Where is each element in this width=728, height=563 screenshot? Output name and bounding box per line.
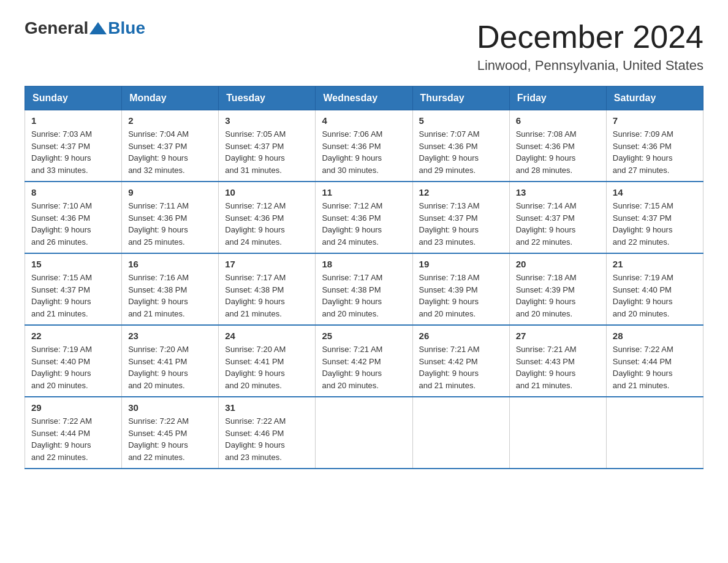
day-info: Sunrise: 7:15 AM Sunset: 4:37 PM Dayligh… [613, 200, 697, 248]
day-info: Sunrise: 7:21 AM Sunset: 4:43 PM Dayligh… [516, 343, 600, 391]
day-number: 22 [31, 331, 115, 341]
day-number: 16 [128, 259, 212, 269]
calendar-day-cell: 11 Sunrise: 7:12 AM Sunset: 4:36 PM Dayl… [316, 182, 412, 253]
day-number: 15 [31, 259, 115, 269]
calendar-day-cell: 31 Sunrise: 7:22 AM Sunset: 4:46 PM Dayl… [219, 397, 316, 469]
calendar-day-cell: 3 Sunrise: 7:05 AM Sunset: 4:37 PM Dayli… [219, 110, 316, 182]
calendar-day-cell: 2 Sunrise: 7:04 AM Sunset: 4:37 PM Dayli… [122, 110, 219, 182]
day-number: 10 [225, 187, 309, 197]
month-title: December 2024 [477, 18, 703, 55]
calendar-empty-cell [412, 397, 509, 469]
day-number: 4 [322, 115, 406, 126]
calendar-week-row: 29 Sunrise: 7:22 AM Sunset: 4:44 PM Dayl… [25, 397, 703, 469]
calendar-day-cell: 22 Sunrise: 7:19 AM Sunset: 4:40 PM Dayl… [25, 325, 122, 397]
day-info: Sunrise: 7:14 AM Sunset: 4:37 PM Dayligh… [516, 200, 600, 248]
day-number: 14 [613, 187, 697, 197]
day-info: Sunrise: 7:12 AM Sunset: 4:36 PM Dayligh… [225, 200, 309, 248]
day-number: 13 [516, 187, 600, 197]
day-info: Sunrise: 7:22 AM Sunset: 4:45 PM Dayligh… [128, 415, 212, 463]
title-area: December 2024 Linwood, Pennsylvania, Uni… [477, 18, 703, 74]
weekday-header-saturday: Saturday [606, 86, 703, 110]
logo: General Blue [25, 18, 145, 38]
day-number: 26 [419, 331, 503, 341]
day-number: 9 [128, 187, 212, 197]
calendar-table: SundayMondayTuesdayWednesdayThursdayFrid… [25, 86, 703, 469]
day-number: 12 [419, 187, 503, 197]
weekday-header-row: SundayMondayTuesdayWednesdayThursdayFrid… [25, 86, 703, 110]
day-number: 24 [225, 331, 309, 341]
weekday-header-friday: Friday [509, 86, 606, 110]
calendar-day-cell: 6 Sunrise: 7:08 AM Sunset: 4:36 PM Dayli… [509, 110, 606, 182]
calendar-day-cell: 4 Sunrise: 7:06 AM Sunset: 4:36 PM Dayli… [316, 110, 412, 182]
day-number: 23 [128, 331, 212, 341]
calendar-empty-cell [606, 397, 703, 469]
day-info: Sunrise: 7:07 AM Sunset: 4:36 PM Dayligh… [419, 128, 503, 176]
day-number: 21 [613, 259, 697, 269]
day-info: Sunrise: 7:22 AM Sunset: 4:44 PM Dayligh… [613, 343, 697, 391]
day-info: Sunrise: 7:13 AM Sunset: 4:37 PM Dayligh… [419, 200, 503, 248]
calendar-day-cell: 13 Sunrise: 7:14 AM Sunset: 4:37 PM Dayl… [509, 182, 606, 253]
day-number: 2 [128, 115, 212, 126]
logo-blue-part: Blue [88, 18, 145, 38]
logo-blue-text: Blue [108, 18, 145, 38]
day-info: Sunrise: 7:09 AM Sunset: 4:36 PM Dayligh… [613, 128, 697, 176]
day-info: Sunrise: 7:22 AM Sunset: 4:46 PM Dayligh… [225, 415, 309, 463]
calendar-day-cell: 8 Sunrise: 7:10 AM Sunset: 4:36 PM Dayli… [25, 182, 122, 253]
day-number: 29 [31, 402, 115, 413]
calendar-week-row: 8 Sunrise: 7:10 AM Sunset: 4:36 PM Dayli… [25, 182, 703, 253]
day-info: Sunrise: 7:20 AM Sunset: 4:41 PM Dayligh… [128, 343, 212, 391]
day-info: Sunrise: 7:21 AM Sunset: 4:42 PM Dayligh… [419, 343, 503, 391]
calendar-day-cell: 30 Sunrise: 7:22 AM Sunset: 4:45 PM Dayl… [122, 397, 219, 469]
day-info: Sunrise: 7:18 AM Sunset: 4:39 PM Dayligh… [516, 272, 600, 320]
day-info: Sunrise: 7:18 AM Sunset: 4:39 PM Dayligh… [419, 272, 503, 320]
logo-general-text: General [25, 18, 88, 38]
calendar-day-cell: 21 Sunrise: 7:19 AM Sunset: 4:40 PM Dayl… [606, 253, 703, 325]
calendar-empty-cell [509, 397, 606, 469]
weekday-header-wednesday: Wednesday [316, 86, 412, 110]
calendar-day-cell: 16 Sunrise: 7:16 AM Sunset: 4:38 PM Dayl… [122, 253, 219, 325]
day-info: Sunrise: 7:05 AM Sunset: 4:37 PM Dayligh… [225, 128, 309, 176]
calendar-day-cell: 7 Sunrise: 7:09 AM Sunset: 4:36 PM Dayli… [606, 110, 703, 182]
day-number: 30 [128, 402, 212, 413]
day-info: Sunrise: 7:21 AM Sunset: 4:42 PM Dayligh… [322, 343, 406, 391]
calendar-day-cell: 17 Sunrise: 7:17 AM Sunset: 4:38 PM Dayl… [219, 253, 316, 325]
calendar-week-row: 15 Sunrise: 7:15 AM Sunset: 4:37 PM Dayl… [25, 253, 703, 325]
day-info: Sunrise: 7:17 AM Sunset: 4:38 PM Dayligh… [225, 272, 309, 320]
calendar-day-cell: 20 Sunrise: 7:18 AM Sunset: 4:39 PM Dayl… [509, 253, 606, 325]
calendar-day-cell: 14 Sunrise: 7:15 AM Sunset: 4:37 PM Dayl… [606, 182, 703, 253]
day-info: Sunrise: 7:08 AM Sunset: 4:36 PM Dayligh… [516, 128, 600, 176]
day-number: 5 [419, 115, 503, 126]
calendar-day-cell: 10 Sunrise: 7:12 AM Sunset: 4:36 PM Dayl… [219, 182, 316, 253]
calendar-day-cell: 1 Sunrise: 7:03 AM Sunset: 4:37 PM Dayli… [25, 110, 122, 182]
calendar-day-cell: 28 Sunrise: 7:22 AM Sunset: 4:44 PM Dayl… [606, 325, 703, 397]
calendar-day-cell: 23 Sunrise: 7:20 AM Sunset: 4:41 PM Dayl… [122, 325, 219, 397]
day-number: 31 [225, 402, 309, 413]
calendar-day-cell: 25 Sunrise: 7:21 AM Sunset: 4:42 PM Dayl… [316, 325, 412, 397]
day-info: Sunrise: 7:20 AM Sunset: 4:41 PM Dayligh… [225, 343, 309, 391]
day-number: 28 [613, 331, 697, 341]
calendar-day-cell: 12 Sunrise: 7:13 AM Sunset: 4:37 PM Dayl… [412, 182, 509, 253]
weekday-header-monday: Monday [122, 86, 219, 110]
day-number: 20 [516, 259, 600, 269]
day-info: Sunrise: 7:04 AM Sunset: 4:37 PM Dayligh… [128, 128, 212, 176]
day-number: 8 [31, 187, 115, 197]
calendar-day-cell: 24 Sunrise: 7:20 AM Sunset: 4:41 PM Dayl… [219, 325, 316, 397]
day-number: 3 [225, 115, 309, 126]
day-info: Sunrise: 7:19 AM Sunset: 4:40 PM Dayligh… [31, 343, 115, 391]
day-info: Sunrise: 7:16 AM Sunset: 4:38 PM Dayligh… [128, 272, 212, 320]
day-number: 18 [322, 259, 406, 269]
calendar-week-row: 1 Sunrise: 7:03 AM Sunset: 4:37 PM Dayli… [25, 110, 703, 182]
weekday-header-tuesday: Tuesday [219, 86, 316, 110]
day-number: 25 [322, 331, 406, 341]
day-info: Sunrise: 7:22 AM Sunset: 4:44 PM Dayligh… [31, 415, 115, 463]
day-number: 6 [516, 115, 600, 126]
calendar-day-cell: 5 Sunrise: 7:07 AM Sunset: 4:36 PM Dayli… [412, 110, 509, 182]
day-info: Sunrise: 7:10 AM Sunset: 4:36 PM Dayligh… [31, 200, 115, 248]
day-number: 1 [31, 115, 115, 126]
calendar-day-cell: 18 Sunrise: 7:17 AM Sunset: 4:38 PM Dayl… [316, 253, 412, 325]
calendar-empty-cell [316, 397, 412, 469]
page-header: General Blue December 2024 Linwood, Penn… [25, 18, 703, 74]
day-info: Sunrise: 7:06 AM Sunset: 4:36 PM Dayligh… [322, 128, 406, 176]
day-info: Sunrise: 7:03 AM Sunset: 4:37 PM Dayligh… [31, 128, 115, 176]
day-info: Sunrise: 7:12 AM Sunset: 4:36 PM Dayligh… [322, 200, 406, 248]
